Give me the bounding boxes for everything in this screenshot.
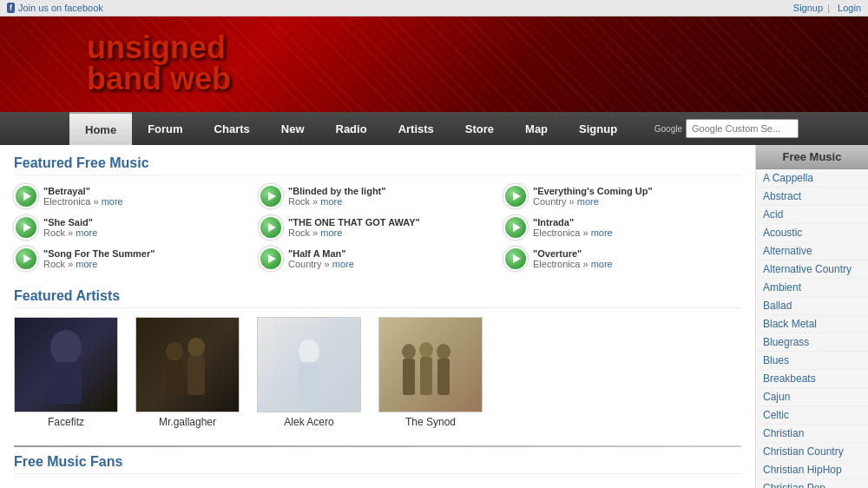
facebook-link[interactable]: f Join us on facebook (7, 3, 103, 13)
artist-name-synod: The Synod (378, 416, 483, 428)
play-button-blinded[interactable] (259, 184, 283, 208)
svg-rect-3 (166, 360, 183, 395)
track-info: "Song For The Summer" Rock » more (43, 248, 155, 269)
artist-name-facefitz: Facefitz (14, 416, 118, 428)
featured-artists-section: Featured Artists Facefitz (14, 288, 741, 428)
login-link[interactable]: Login (838, 3, 861, 13)
track-item: "Overture" Electronica » more (503, 247, 741, 271)
track-meta: Electronica » more (43, 196, 123, 207)
track-item: "THE ONE THAT GOT AWAY" Rock » more (259, 215, 496, 240)
track-info: "She Said" Rock » more (43, 217, 97, 238)
track-title: "Betrayal" (43, 186, 123, 196)
track-meta: Rock » more (43, 228, 97, 238)
svg-rect-14 (437, 359, 450, 395)
nav-radio[interactable]: Radio (320, 112, 383, 145)
sidebar-genre-bluegrass[interactable]: Bluegrass (756, 333, 868, 352)
track-item: "She Said" Rock » more (14, 215, 252, 240)
track-item: "Half A Man" Country » more (259, 247, 496, 271)
artist-item-synod[interactable]: The Synod (378, 317, 483, 428)
search-input[interactable] (686, 119, 799, 138)
track-title: "She Said" (43, 217, 97, 228)
nav-home[interactable]: Home (69, 112, 132, 145)
play-button-one-that-got-away[interactable] (259, 215, 283, 240)
play-button-song-summer[interactable] (14, 247, 38, 271)
content-area: Featured Free Music "Betrayal" Electroni… (0, 145, 755, 488)
track-title: "Intrada" (533, 217, 613, 228)
track-meta: Country » more (288, 259, 354, 269)
artist-name-alek: Alek Acero (257, 416, 361, 428)
sidebar-genre-breakbeats[interactable]: Breakbeats (756, 370, 868, 388)
nav-signup[interactable]: Signup (563, 112, 633, 145)
facebook-text[interactable]: Join us on facebook (18, 3, 103, 13)
track-item: "Everything's Coming Up" Country » more (503, 184, 741, 208)
featured-artists-title: Featured Artists (14, 288, 741, 308)
sidebar-genre-acid[interactable]: Acid (756, 206, 868, 224)
play-button-half-man[interactable] (259, 247, 283, 271)
sidebar-genre-alternative[interactable]: Alternative (756, 242, 868, 260)
sidebar-genre-abstract[interactable]: Abstract (756, 188, 868, 206)
top-bar: f Join us on facebook Signup | Login (0, 0, 868, 16)
svg-point-4 (187, 338, 205, 357)
artist-item-alek[interactable]: Alek Acero (257, 317, 361, 428)
track-title: "Blinded by the light" (288, 186, 385, 196)
play-button-overture[interactable] (503, 247, 528, 271)
sidebar-genre-blues[interactable]: Blues (756, 352, 868, 370)
sidebar-genre-christian-hiphop[interactable]: Christian HipHop (756, 461, 868, 479)
track-info: "Blinded by the light" Rock » more (288, 186, 385, 207)
sidebar-genre-alternative-country[interactable]: Alternative Country (756, 260, 868, 279)
sidebar-genre-christian-pop[interactable]: Christian Pop (756, 479, 868, 488)
sidebar-genre-ambient[interactable]: Ambient (756, 279, 868, 297)
track-info: "Half A Man" Country » more (288, 248, 354, 269)
search-container: Google (654, 112, 799, 145)
featured-music-section: Featured Free Music "Betrayal" Electroni… (14, 155, 741, 271)
free-music-fans-title: Free Music Fans (14, 454, 741, 474)
sidebar-genre-acoustic[interactable]: Acoustic (756, 224, 868, 242)
track-item: "Blinded by the light" Rock » more (259, 184, 496, 208)
play-button-she-said[interactable] (14, 215, 38, 240)
track-title: "Everything's Coming Up" (533, 186, 653, 196)
artist-item-facefitz[interactable]: Facefitz (14, 317, 118, 428)
nav-forum[interactable]: Forum (132, 112, 198, 145)
nav-artists[interactable]: Artists (383, 112, 450, 145)
artist-item-mrgallagher[interactable]: Mr.gallagher (135, 317, 240, 428)
track-title: "Overture" (533, 248, 613, 259)
sidebar-genre-acappella[interactable]: A Cappella (756, 169, 868, 188)
signup-link[interactable]: Signup (793, 3, 823, 13)
track-meta: Electronica » more (533, 259, 613, 269)
track-title: "THE ONE THAT GOT AWAY" (288, 217, 420, 228)
track-meta: Country » more (533, 196, 653, 207)
sidebar-genre-cajun[interactable]: Cajun (756, 388, 868, 406)
track-info: "Intrada" Electronica » more (533, 217, 613, 238)
track-meta: Electronica » more (533, 228, 613, 238)
svg-point-2 (166, 342, 183, 361)
play-button-everything[interactable] (503, 184, 528, 208)
header: unsigned band web (0, 16, 868, 112)
artist-name-mrgallagher: Mr.gallagher (135, 416, 240, 428)
sidebar-genre-ballad[interactable]: Ballad (756, 297, 868, 315)
artist-image-alek (257, 317, 361, 412)
logo-line2: band web (87, 63, 231, 95)
nav-store[interactable]: Store (450, 112, 510, 145)
logo: unsigned band web (87, 32, 231, 95)
sidebar-header: Free Music (756, 145, 868, 169)
sidebar-genre-black-metal[interactable]: Black Metal (756, 315, 868, 333)
auth-links: Signup | Login (790, 3, 861, 13)
featured-music-title: Featured Free Music (14, 155, 741, 175)
svg-point-11 (419, 342, 433, 358)
sidebar-genre-celtic[interactable]: Celtic (756, 406, 868, 425)
facebook-icon: f (7, 3, 15, 13)
artist-image-synod (378, 317, 483, 412)
play-button-betrayal[interactable] (14, 184, 38, 208)
sidebar: Free Music A Cappella Abstract Acid Acou… (755, 145, 868, 488)
nav-map[interactable]: Map (510, 112, 563, 145)
sidebar-genre-christian-country[interactable]: Christian Country (756, 443, 868, 461)
play-button-intrada[interactable] (503, 215, 528, 240)
svg-point-13 (437, 344, 450, 359)
nav-new[interactable]: New (266, 112, 320, 145)
artists-grid: Facefitz Mr.gallagher (14, 317, 741, 428)
track-info: "Overture" Electronica » more (533, 248, 613, 269)
track-title: "Half A Man" (288, 248, 354, 259)
sidebar-genre-christian[interactable]: Christian (756, 425, 868, 443)
nav-charts[interactable]: Charts (199, 112, 266, 145)
fans-divider (14, 445, 741, 447)
